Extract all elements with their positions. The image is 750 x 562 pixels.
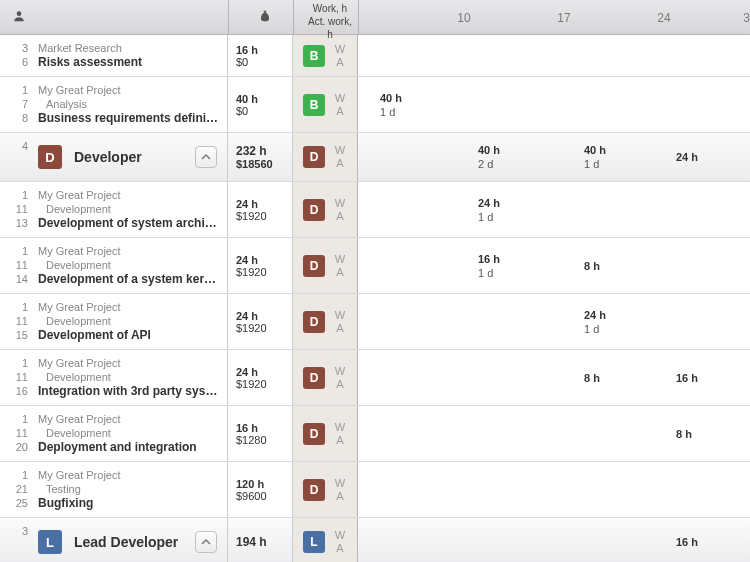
header: Work, h Act. work, h 10 17 24 31 [0, 0, 750, 35]
row-left: 4DDeveloper [0, 133, 228, 181]
row-text: My Great ProjectDevelopmentDevelopment o… [38, 244, 219, 287]
day-col-31: 31 [726, 0, 750, 35]
summary-title: Lead Developer [74, 535, 178, 550]
cost-cell: 194 h [228, 518, 293, 562]
wa-labels: WA [333, 421, 347, 447]
wa-labels: WA [333, 43, 347, 69]
row-ids: 11120 [6, 412, 28, 454]
role-badge: D [38, 145, 62, 169]
task-row[interactable]: 12125My Great ProjectTestingBugfixing120… [0, 462, 750, 518]
row-ids: 11113 [6, 188, 28, 230]
wa-labels: WA [333, 309, 347, 335]
timeline[interactable]: 40 h1 d [358, 77, 750, 132]
role-mini-badge: D [303, 423, 325, 445]
role-mini-badge: D [303, 367, 325, 389]
timeline-cell: 8 h [584, 259, 640, 273]
row-ids: 12125 [6, 468, 28, 510]
row-id: 4 [6, 139, 28, 153]
day-col-10: 10 [440, 0, 488, 35]
timeline-cell: 24 h1 d [584, 308, 640, 336]
role-column: DWA [293, 238, 358, 293]
summary-row[interactable]: 4DDeveloper232 h$18560DWA40 h2 d40 h1 d2… [0, 133, 750, 182]
timeline-cell: 16 h1 d [478, 252, 534, 280]
cost-cell: 24 h$1920 [228, 350, 293, 405]
timeline-cell: 40 h1 d [380, 91, 436, 119]
task-row[interactable]: 11114My Great ProjectDevelopmentDevelopm… [0, 238, 750, 294]
task-row[interactable]: 178My Great ProjectAnalysisBusiness requ… [0, 77, 750, 133]
wa-labels: WA [333, 197, 347, 223]
cost-cell: 24 h$1920 [228, 294, 293, 349]
work-label: Work, h [304, 2, 356, 15]
role-mini-badge: B [303, 94, 325, 116]
row-left: 11113My Great ProjectDevelopmentDevelopm… [0, 182, 228, 237]
role-mini-badge: D [303, 199, 325, 221]
row-text: My Great ProjectTestingBugfixing [38, 468, 219, 511]
cost-cell: 16 h$1280 [228, 406, 293, 461]
row-left: 11114My Great ProjectDevelopmentDevelopm… [0, 238, 228, 293]
timeline[interactable] [358, 462, 750, 517]
timeline-cell: 24 h1 d [478, 196, 534, 224]
svg-point-0 [17, 11, 22, 16]
cost-cell: 40 h$0 [228, 77, 293, 132]
role-column: DWA [293, 182, 358, 237]
money-bag-icon[interactable] [250, 9, 280, 26]
wa-labels: WA [333, 92, 347, 118]
cost-cell: 16 h$0 [228, 35, 293, 76]
task-row[interactable]: 11116My Great ProjectDevelopmentIntegrat… [0, 350, 750, 406]
person-icon[interactable] [4, 9, 34, 26]
role-column: BWA [293, 35, 358, 76]
collapse-button[interactable] [195, 146, 217, 168]
content-area[interactable]: 36Market ResearchRisks assessment16 h$0B… [0, 35, 750, 562]
row-text: My Great ProjectDevelopmentDeployment an… [38, 412, 219, 455]
timeline[interactable]: 16 h1 d8 h [358, 238, 750, 293]
row-ids: 178 [6, 83, 28, 125]
timeline[interactable]: 24 h1 d [358, 294, 750, 349]
timeline[interactable]: 24 h1 d [358, 182, 750, 237]
row-left: 178My Great ProjectAnalysisBusiness requ… [0, 77, 228, 132]
cost-cell: 24 h$1920 [228, 238, 293, 293]
task-row[interactable]: 11113My Great ProjectDevelopmentDevelopm… [0, 182, 750, 238]
cost-cell: 120 h$9600 [228, 462, 293, 517]
row-left: 3LLead Developer [0, 518, 228, 562]
task-row[interactable]: 11120My Great ProjectDevelopmentDeployme… [0, 406, 750, 462]
row-id: 3 [6, 524, 28, 538]
day-col-17: 17 [540, 0, 588, 35]
summary-row[interactable]: 3LLead Developer194 hLWA16 h [0, 518, 750, 562]
timeline[interactable]: 8 h16 h [358, 350, 750, 405]
row-left: 12125My Great ProjectTestingBugfixing [0, 462, 228, 517]
work-column-header: Work, h Act. work, h [304, 2, 356, 41]
wa-labels: WA [333, 477, 347, 503]
role-column: DWA [293, 294, 358, 349]
row-text: My Great ProjectDevelopmentDevelopment o… [38, 188, 219, 231]
row-left: 11120My Great ProjectDevelopmentDeployme… [0, 406, 228, 461]
row-ids: 11114 [6, 244, 28, 286]
role-column: DWA [293, 350, 358, 405]
role-mini-badge: D [303, 479, 325, 501]
cost-cell: 24 h$1920 [228, 182, 293, 237]
timeline[interactable]: 8 h [358, 406, 750, 461]
role-badge: L [38, 530, 62, 554]
timeline-cell: 8 h [676, 427, 732, 441]
act-work-label: Act. work, h [304, 15, 356, 41]
task-row[interactable]: 36Market ResearchRisks assessment16 h$0B… [0, 35, 750, 77]
timeline-cell: 16 h [676, 535, 732, 549]
timeline-cell: 8 h [584, 371, 640, 385]
task-row[interactable]: 11115My Great ProjectDevelopmentDevelopm… [0, 294, 750, 350]
role-column: LWA [293, 518, 358, 562]
timeline[interactable] [358, 35, 750, 76]
row-left: 11115My Great ProjectDevelopmentDevelopm… [0, 294, 228, 349]
role-mini-badge: D [303, 255, 325, 277]
timeline-cell: 16 h [676, 371, 732, 385]
collapse-button[interactable] [195, 531, 217, 553]
timeline[interactable]: 16 h [358, 518, 750, 562]
timeline[interactable]: 40 h2 d40 h1 d24 h [358, 133, 750, 181]
wa-labels: WA [333, 144, 347, 170]
row-text: Market ResearchRisks assessment [38, 41, 219, 70]
role-mini-badge: B [303, 45, 325, 67]
role-column: BWA [293, 77, 358, 132]
row-left: 11116My Great ProjectDevelopmentIntegrat… [0, 350, 228, 405]
row-ids: 11116 [6, 356, 28, 398]
role-column: DWA [293, 462, 358, 517]
role-column: DWA [293, 133, 358, 181]
row-text: My Great ProjectAnalysisBusiness require… [38, 83, 219, 126]
